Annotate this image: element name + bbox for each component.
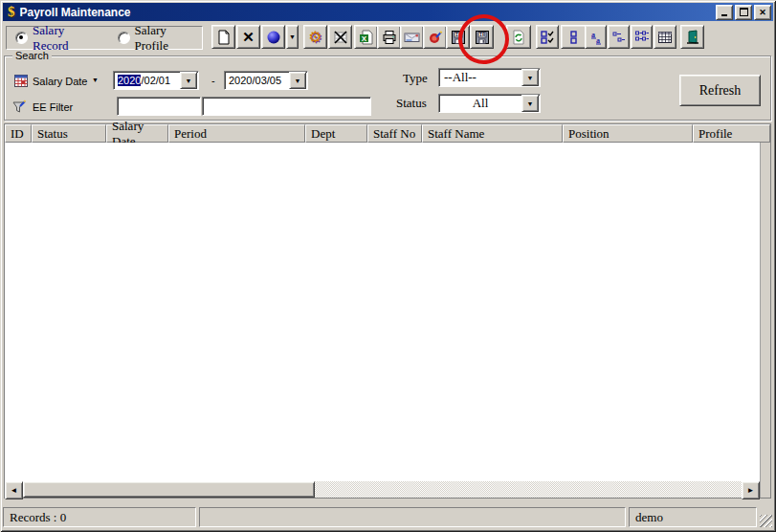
- tree-large-icon: [634, 30, 650, 45]
- column-header-period[interactable]: Period: [168, 124, 305, 143]
- date-to-dropdown-button[interactable]: ▼: [289, 72, 306, 89]
- floppy-ir-icon: IR: [451, 30, 466, 45]
- grid-body: [5, 143, 770, 481]
- status-value: All: [439, 96, 521, 111]
- new-record-button[interactable]: [211, 25, 235, 49]
- date-from-field[interactable]: 2020/02/01 ▼: [113, 71, 199, 90]
- calculate-button[interactable]: ⚙: [303, 25, 327, 49]
- status-label: Status: [396, 96, 427, 111]
- column-header-staff-no[interactable]: Staff No: [367, 124, 422, 143]
- records-grid: ID Status Salary Date Period Dept Staff …: [4, 123, 771, 499]
- exit-door-icon: [685, 30, 700, 45]
- column-header-status[interactable]: Status: [32, 124, 106, 143]
- column-header-position[interactable]: Position: [563, 124, 693, 143]
- svg-text:IR: IR: [478, 32, 485, 38]
- record-mode-panel: Salary Record Salary Profile: [6, 26, 203, 50]
- scroll-left-button[interactable]: ◄: [5, 481, 23, 499]
- save-ir-button[interactable]: IR: [446, 25, 470, 49]
- type-dropdown-button[interactable]: ▼: [521, 69, 539, 86]
- column-header-salary-date[interactable]: Salary Date: [106, 124, 168, 143]
- refresh-button[interactable]: Refresh: [679, 75, 761, 106]
- print-button[interactable]: [377, 25, 401, 49]
- scroll-right-button[interactable]: ►: [742, 481, 760, 499]
- close-icon: ✕: [759, 8, 766, 17]
- void-button[interactable]: [328, 25, 352, 49]
- search-legend: Search: [12, 50, 52, 61]
- maximize-button[interactable]: [735, 5, 752, 20]
- close-button[interactable]: ✕: [754, 5, 771, 20]
- ee-filter-input-1[interactable]: [117, 97, 201, 116]
- refresh-page-icon: [511, 30, 526, 45]
- grid-header-row: ID Status Salary Date Period Dept Staff …: [5, 124, 770, 143]
- multi-check-button[interactable]: [536, 25, 559, 49]
- void-grid-icon: [333, 30, 348, 45]
- window-title: Payroll Maintenance: [20, 6, 131, 19]
- minimize-button[interactable]: [716, 5, 733, 20]
- radio-unselected-icon: [118, 32, 130, 44]
- vertical-scrollbar-track[interactable]: [760, 143, 770, 481]
- sort-button[interactable]: a a: [585, 25, 607, 49]
- records-count-panel: Records : 0: [3, 507, 196, 527]
- group-tree-large-button[interactable]: [631, 25, 653, 49]
- record-sphere-icon: [266, 30, 281, 45]
- seal-icon: [428, 30, 443, 45]
- exit-button[interactable]: [680, 25, 704, 49]
- type-combobox[interactable]: --All-- ▼: [438, 68, 541, 87]
- envelope-icon: [404, 30, 420, 45]
- svg-text:X: X: [361, 34, 366, 43]
- salary-date-label: Salary Date: [33, 76, 87, 87]
- date-from-dropdown-button[interactable]: ▼: [180, 72, 197, 89]
- sort-alpha-icon: a a: [588, 30, 604, 45]
- radio-selected-icon: [15, 32, 28, 44]
- payslip-envelope-button[interactable]: [400, 25, 424, 49]
- ee-filter-label: EE Filter: [33, 101, 73, 113]
- column-header-id[interactable]: ID: [5, 124, 32, 143]
- payroll-maintenance-window: $ Payroll Maintenance ✕ Salary Record Sa…: [0, 0, 776, 532]
- maximize-icon: [740, 8, 748, 16]
- date-to-value: 2020/03/05: [225, 75, 289, 86]
- multi-select-button[interactable]: [561, 25, 588, 49]
- svg-text:IR: IR: [455, 32, 461, 38]
- column-header-dept[interactable]: Dept: [305, 124, 367, 143]
- column-header-profile[interactable]: Profile: [693, 124, 770, 143]
- approve-seal-button[interactable]: [423, 25, 447, 49]
- date-range-separator: -: [211, 75, 215, 86]
- export-excel-button[interactable]: X: [354, 25, 378, 49]
- resize-grip[interactable]: [760, 515, 772, 527]
- excel-icon: X: [359, 30, 374, 45]
- status-message-panel: [199, 507, 626, 527]
- radio-salary-record[interactable]: Salary Record: [15, 23, 102, 54]
- radio-salary-profile[interactable]: Salary Profile: [118, 23, 202, 54]
- status-combobox[interactable]: All ▼: [438, 94, 541, 113]
- calendar-icon: [13, 73, 29, 88]
- date-to-field[interactable]: 2020/03/05 ▼: [224, 71, 308, 90]
- grid-view-button[interactable]: [654, 25, 676, 49]
- status-dropdown-button[interactable]: ▼: [521, 95, 539, 112]
- regenerate-button[interactable]: [506, 25, 531, 49]
- checklist-icon: [540, 30, 555, 45]
- delete-record-button[interactable]: ✕: [236, 25, 260, 49]
- save-ir-highlighted-button[interactable]: IR: [470, 25, 494, 49]
- filter-icon: [11, 99, 27, 114]
- group-tree-small-button[interactable]: [608, 25, 630, 49]
- radio-salary-profile-label: Salary Profile: [135, 23, 202, 54]
- list-squares-icon: [566, 30, 582, 45]
- scrollbar-track[interactable]: [315, 481, 742, 498]
- minimize-icon: [721, 14, 727, 16]
- salary-date-dropdown-icon[interactable]: ▼: [92, 77, 99, 83]
- ee-filter-input-2[interactable]: [202, 97, 371, 116]
- record-dropdown-button[interactable]: ▼: [286, 25, 299, 49]
- radio-salary-record-label: Salary Record: [33, 23, 102, 54]
- type-label: Type: [403, 71, 428, 86]
- record-sphere-button[interactable]: [261, 25, 285, 49]
- scrollbar-thumb[interactable]: [23, 481, 315, 498]
- scrollbar-corner: [760, 481, 770, 498]
- horizontal-scrollbar[interactable]: ◄ ►: [5, 481, 770, 498]
- printer-icon: [382, 30, 397, 45]
- type-value: --All--: [439, 70, 521, 85]
- delete-cross-icon: ✕: [242, 30, 255, 44]
- title-bar: $ Payroll Maintenance ✕: [3, 3, 773, 21]
- status-bar: Records : 0 demo: [3, 505, 773, 527]
- column-header-staff-name[interactable]: Staff Name: [422, 124, 563, 143]
- new-document-icon: [216, 30, 232, 45]
